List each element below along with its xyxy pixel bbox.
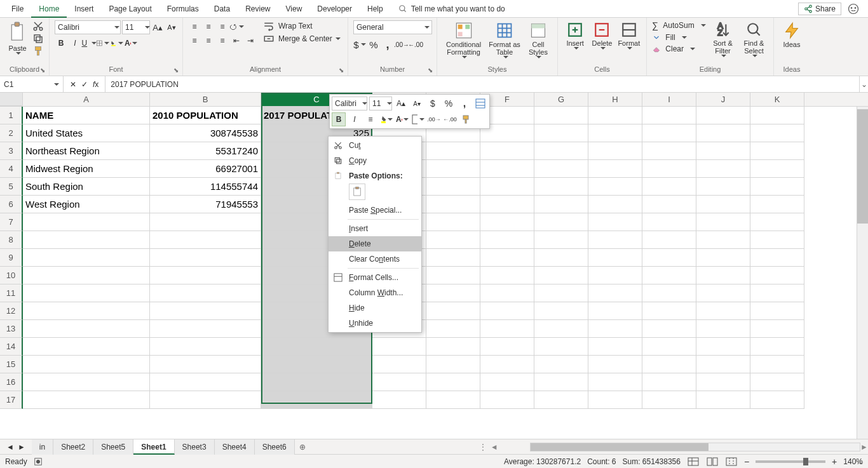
row-header-14[interactable]: 14	[0, 338, 23, 356]
cell-J14[interactable]	[696, 338, 750, 356]
align-middle-icon[interactable]: ≡	[202, 20, 215, 33]
cell-F5[interactable]	[480, 178, 534, 196]
ctx-paste-special[interactable]: Paste Special...	[329, 203, 421, 218]
name-box[interactable]: C1	[0, 76, 64, 92]
cell-E13[interactable]	[426, 320, 480, 338]
hscroll-left-icon[interactable]: ◄	[491, 443, 498, 451]
cell-B9[interactable]	[150, 249, 261, 267]
ctx-column-width[interactable]: Column Width...	[329, 285, 421, 300]
cell-G15[interactable]	[534, 356, 588, 373]
cell-K6[interactable]	[750, 196, 804, 213]
cell-D16[interactable]	[372, 373, 426, 391]
cell-H11[interactable]	[588, 284, 642, 302]
row-header-7[interactable]: 7	[0, 213, 23, 231]
tab-home[interactable]: Home	[31, 0, 67, 18]
tab-formulas[interactable]: Formulas	[159, 0, 207, 18]
cell-A11[interactable]	[23, 284, 150, 302]
view-page-break-icon[interactable]	[725, 457, 738, 467]
cell-G12[interactable]	[534, 302, 588, 320]
cell-K9[interactable]	[750, 249, 804, 267]
cell-E7[interactable]	[426, 213, 480, 231]
cell-E3[interactable]	[426, 142, 480, 160]
cell-C16[interactable]	[261, 373, 372, 391]
ctx-paste-default[interactable]	[349, 184, 365, 200]
mini-accounting-icon[interactable]: $	[426, 97, 440, 110]
cell-B17[interactable]	[150, 391, 261, 409]
cell-H10[interactable]	[588, 267, 642, 284]
cell-G9[interactable]	[534, 249, 588, 267]
cell-E15[interactable]	[426, 356, 480, 373]
row-header-17[interactable]: 17	[0, 391, 23, 409]
cell-J1[interactable]	[696, 107, 750, 124]
cell-H6[interactable]	[588, 196, 642, 213]
row-header-11[interactable]: 11	[0, 284, 23, 302]
mini-decrease-decimal-icon[interactable]: ←.00	[443, 112, 457, 126]
row-header-5[interactable]: 5	[0, 178, 23, 196]
tab-review[interactable]: Review	[238, 0, 278, 18]
row-header-2[interactable]: 2	[0, 124, 23, 142]
copy-icon[interactable]	[32, 33, 44, 44]
cell-G10[interactable]	[534, 267, 588, 284]
borders-button[interactable]	[97, 37, 109, 50]
clipboard-launcher[interactable]: ⬊	[40, 67, 48, 74]
cell-J11[interactable]	[696, 284, 750, 302]
mini-increase-font-icon[interactable]: A▴	[394, 97, 408, 110]
cell-B4[interactable]: 66927001	[150, 160, 261, 178]
cell-E5[interactable]	[426, 178, 480, 196]
column-header-H[interactable]: H	[588, 93, 642, 106]
cell-F4[interactable]	[480, 160, 534, 178]
increase-font-icon[interactable]: A▴	[151, 21, 164, 34]
cell-I2[interactable]	[642, 124, 696, 142]
sheet-tab-Sheet1[interactable]: Sheet1	[133, 439, 174, 455]
mini-font-size[interactable]	[369, 97, 392, 110]
horizontal-scrollbar[interactable]	[530, 443, 860, 451]
cell-B7[interactable]	[150, 213, 261, 231]
column-header-G[interactable]: G	[534, 93, 588, 106]
ideas-button[interactable]: Ideas	[779, 20, 804, 48]
cell-E11[interactable]	[426, 284, 480, 302]
sheet-tab-Sheet2[interactable]: Sheet2	[53, 439, 93, 455]
ctx-delete[interactable]: Delete	[329, 236, 421, 251]
cell-G16[interactable]	[534, 373, 588, 391]
cell-A17[interactable]	[23, 391, 150, 409]
cell-E8[interactable]	[426, 231, 480, 249]
cell-I15[interactable]	[642, 356, 696, 373]
font-color-button[interactable]: A	[125, 37, 137, 50]
cell-E16[interactable]	[426, 373, 480, 391]
cell-G5[interactable]	[534, 178, 588, 196]
sheet-tab-in[interactable]: in	[32, 439, 53, 455]
cell-D17[interactable]	[372, 391, 426, 409]
cell-G8[interactable]	[534, 231, 588, 249]
mini-font-color-icon[interactable]: A	[395, 112, 409, 126]
cell-F11[interactable]	[480, 284, 534, 302]
tab-help[interactable]: Help	[360, 0, 391, 18]
underline-button[interactable]: U	[83, 37, 95, 50]
cell-J13[interactable]	[696, 320, 750, 338]
cell-F17[interactable]	[480, 391, 534, 409]
mini-bold-button[interactable]: B	[332, 112, 346, 126]
cell-F8[interactable]	[480, 231, 534, 249]
cell-H8[interactable]	[588, 231, 642, 249]
merge-center-button[interactable]: Merge & Center	[263, 33, 341, 44]
cell-K11[interactable]	[750, 284, 804, 302]
cell-A4[interactable]: Midwest Region	[23, 160, 150, 178]
align-top-icon[interactable]: ≡	[188, 20, 201, 33]
cell-F7[interactable]	[480, 213, 534, 231]
font-name-combo[interactable]	[55, 20, 121, 34]
cell-I8[interactable]	[642, 231, 696, 249]
increase-indent-icon[interactable]: ⇥	[244, 34, 257, 47]
cell-H5[interactable]	[588, 178, 642, 196]
sheet-tab-Sheet5[interactable]: Sheet5	[93, 439, 133, 455]
column-header-J[interactable]: J	[696, 93, 750, 106]
cell-I1[interactable]	[642, 107, 696, 124]
cell-F12[interactable]	[480, 302, 534, 320]
cell-J7[interactable]	[696, 213, 750, 231]
cell-J12[interactable]	[696, 302, 750, 320]
zoom-out-button[interactable]: −	[744, 457, 749, 467]
mini-borders-icon[interactable]	[411, 112, 425, 126]
cell-B2[interactable]: 308745538	[150, 124, 261, 142]
increase-decimal-icon[interactable]: .00→	[395, 38, 408, 51]
sheet-tab-Sheet3[interactable]: Sheet3	[175, 439, 215, 455]
cell-B3[interactable]: 55317240	[150, 142, 261, 160]
cell-H14[interactable]	[588, 338, 642, 356]
